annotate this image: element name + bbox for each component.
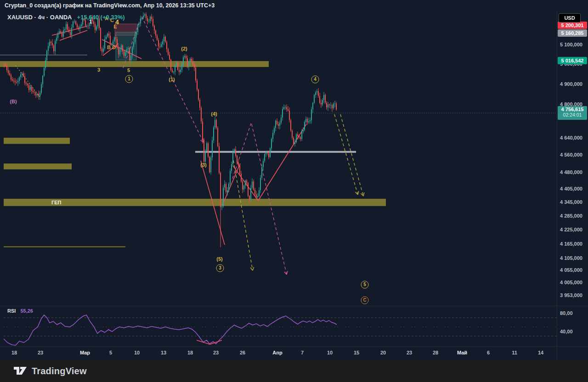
price-tick: 4 480,000	[560, 169, 582, 175]
time-axis-label: 23	[38, 350, 43, 355]
price-tick: 4 640,000	[560, 135, 582, 140]
wave-label[interactable]: E	[113, 24, 117, 29]
wave-label[interactable]: (5)	[216, 256, 222, 262]
tradingview-shared-chart: Cryptan_0 создал(а) график на TradingVie…	[0, 0, 588, 382]
price-tick: 4 005,000	[560, 280, 582, 285]
price-chart-canvas[interactable]	[0, 0, 588, 382]
symbol-legend[interactable]: XAUUSD · 4ч · OANDA +15,640 (+0,33%)	[7, 14, 125, 21]
time-axis[interactable]: 1823Мар51013182326Апр71015202328Май61114	[0, 347, 557, 360]
price-marker-label: 5 200,301	[558, 22, 587, 29]
footer-bar: TradingView	[0, 360, 588, 382]
time-axis-label: Апр	[272, 350, 282, 355]
time-axis-label: 15	[354, 350, 359, 355]
time-axis-label: 20	[380, 350, 386, 355]
time-axis-label: 10	[134, 350, 140, 355]
price-scale[interactable]: 5 100,0005 000,0004 900,0004 800,0004 64…	[557, 11, 588, 346]
price-change: +15,640 (+0,33%)	[77, 14, 125, 21]
price-tick: 4 165,000	[560, 241, 582, 247]
wave-label[interactable]: 3	[216, 264, 224, 272]
time-axis-label: 6	[487, 350, 490, 355]
price-tick: 4 900,000	[560, 81, 582, 87]
wave-label[interactable]: C	[361, 297, 369, 304]
time-axis-label: 28	[433, 350, 438, 355]
time-axis-label: Мар	[80, 350, 90, 355]
rsi-value: 55,26	[20, 308, 33, 314]
tradingview-logo[interactable]: TradingView	[13, 365, 87, 377]
time-axis-label: 23	[213, 350, 219, 355]
price-tick: 4 105,000	[560, 255, 582, 261]
price-tick: 3 953,000	[560, 292, 582, 298]
wave-label[interactable]: D	[112, 45, 116, 50]
rsi-tick: 40,00	[560, 329, 573, 334]
price-tick: 5 100,000	[560, 42, 582, 47]
wave-label[interactable]: 5	[127, 67, 130, 73]
rsi-legend[interactable]: RSI 55,26	[7, 308, 33, 314]
wave-label[interactable]: (4)	[211, 111, 217, 117]
last-price-label: 4 756,61502:24:01	[558, 106, 587, 120]
wave-label[interactable]: (1)	[169, 77, 175, 82]
wave-label[interactable]: (B)	[10, 99, 17, 104]
time-axis-label: 7	[301, 350, 304, 355]
time-axis-label: 11	[512, 350, 517, 355]
price-marker-label: 5 016,542	[558, 57, 587, 64]
time-axis-label: 5	[109, 350, 112, 355]
wave-label[interactable]: 5	[361, 281, 369, 289]
time-axis-label: 26	[240, 350, 245, 355]
wave-label[interactable]: 4	[311, 76, 319, 84]
time-axis-label: 23	[407, 350, 412, 355]
time-axis-label: 18	[187, 350, 193, 355]
wave-label[interactable]: 1	[125, 75, 133, 83]
time-axis-label: 10	[327, 350, 333, 355]
last-price-value: 4 756,615	[558, 107, 587, 112]
price-tick: 4 225,000	[560, 227, 582, 232]
rsi-label: RSI	[7, 308, 16, 314]
wave-label[interactable]: (3)	[200, 162, 206, 168]
tradingview-logo-icon	[13, 365, 28, 377]
wave-label[interactable]: (2)	[181, 46, 187, 51]
price-tick: 4 560,000	[560, 152, 582, 157]
time-axis-label: Май	[457, 350, 467, 355]
rsi-tick: 80,00	[560, 310, 573, 316]
bar-countdown: 02:24:01	[558, 112, 587, 118]
currency-button[interactable]: USD	[559, 13, 581, 22]
gap-zone-label[interactable]: ГЕП	[51, 200, 61, 205]
price-tick: 4 345,000	[560, 199, 582, 205]
tradingview-logo-text: TradingView	[32, 366, 87, 376]
time-axis-label: 14	[538, 350, 543, 355]
wave-label[interactable]: 3	[97, 67, 100, 73]
price-marker-label: 5 160,285	[558, 29, 587, 37]
time-axis-label: 13	[161, 350, 166, 355]
price-tick: 4 055,000	[560, 267, 582, 273]
symbol-name[interactable]: XAUUSD · 4ч · OANDA	[7, 14, 72, 21]
pane-separator[interactable]	[0, 306, 588, 306]
price-tick: 4 285,000	[560, 213, 582, 219]
wave-label[interactable]: B	[107, 45, 111, 50]
time-axis-label: 18	[11, 350, 17, 355]
price-tick: 4 405,000	[560, 186, 582, 191]
